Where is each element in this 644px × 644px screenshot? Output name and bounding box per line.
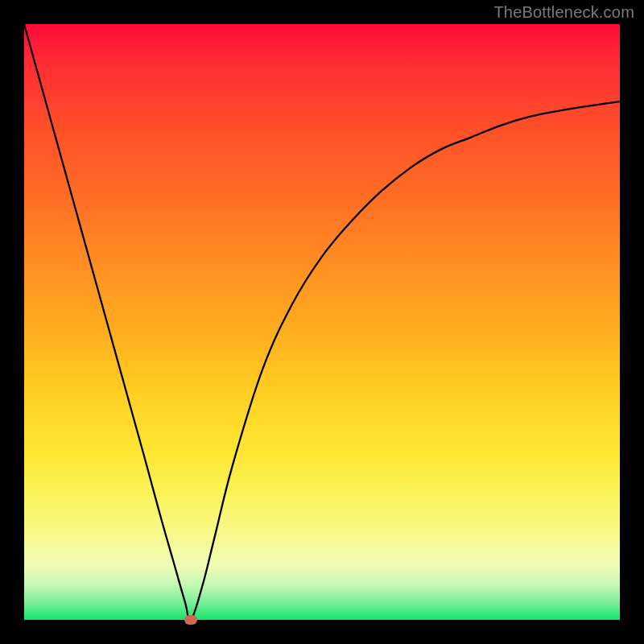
minimum-marker-dot (184, 615, 197, 625)
watermark-label: TheBottleneck.com (493, 3, 634, 22)
chart-container: TheBottleneck.com (0, 0, 644, 644)
bottleneck-curve (24, 24, 620, 620)
